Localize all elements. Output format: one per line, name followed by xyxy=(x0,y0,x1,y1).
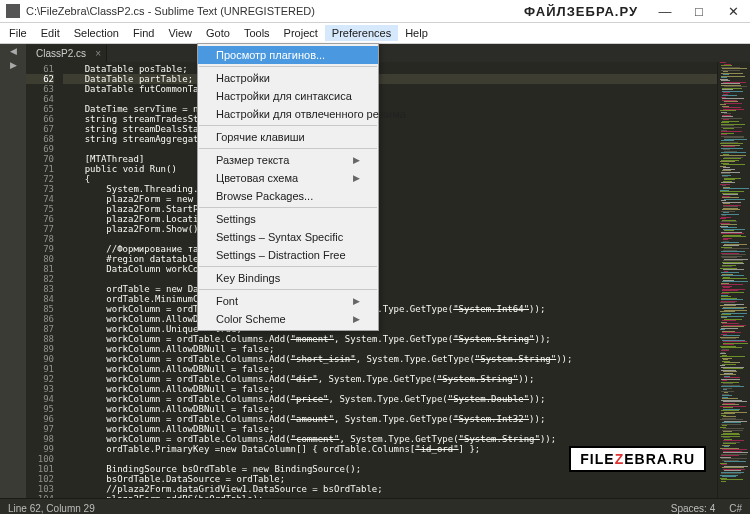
dropdown-item[interactable]: Настройки для отвлеченного режима xyxy=(198,105,378,123)
menu-preferences[interactable]: Preferences xyxy=(325,25,398,41)
dropdown-item[interactable]: Font▶ xyxy=(198,292,378,310)
syntax-setting[interactable]: C# xyxy=(729,503,742,514)
minimap[interactable] xyxy=(717,62,750,498)
menu-help[interactable]: Help xyxy=(398,25,435,41)
dropdown-item[interactable]: Color Scheme▶ xyxy=(198,310,378,328)
submenu-arrow-icon: ▶ xyxy=(353,296,360,306)
file-tab[interactable]: ClassP2.cs × xyxy=(26,45,107,62)
status-bar: Line 62, Column 29 Spaces: 4 C# xyxy=(0,498,750,514)
tab-close-icon[interactable]: × xyxy=(95,48,101,59)
tab-label: ClassP2.cs xyxy=(36,48,86,59)
dropdown-item[interactable]: Размер текста▶ xyxy=(198,151,378,169)
title-bar: C:\FileZebra\ClassP2.cs - Sublime Text (… xyxy=(0,0,750,23)
minimize-button[interactable]: — xyxy=(648,0,682,22)
menu-separator xyxy=(199,125,377,126)
dropdown-item[interactable]: Цветовая схема▶ xyxy=(198,169,378,187)
menu-edit[interactable]: Edit xyxy=(34,25,67,41)
menu-bar: FileEditSelectionFindViewGotoToolsProjec… xyxy=(0,23,750,44)
window-title: C:\FileZebra\ClassP2.cs - Sublime Text (… xyxy=(26,5,524,17)
code-editor[interactable]: DataTable posTable; DataTable partTable;… xyxy=(59,62,717,498)
side-buttons: ◀ ▶ xyxy=(0,44,26,498)
nav-back-icon[interactable]: ◀ xyxy=(0,44,26,58)
menu-separator xyxy=(199,148,377,149)
menu-separator xyxy=(199,66,377,67)
menu-view[interactable]: View xyxy=(161,25,199,41)
menu-selection[interactable]: Selection xyxy=(67,25,126,41)
dropdown-item[interactable]: Browse Packages... xyxy=(198,187,378,205)
maximize-button[interactable]: □ xyxy=(682,0,716,22)
watermark-logo-top: ФАЙЛЗЕБРА.РУ xyxy=(524,4,638,19)
menu-find[interactable]: Find xyxy=(126,25,161,41)
menu-separator xyxy=(199,207,377,208)
menu-separator xyxy=(199,266,377,267)
indent-setting[interactable]: Spaces: 4 xyxy=(671,503,715,514)
dropdown-item[interactable]: Настройки xyxy=(198,69,378,87)
submenu-arrow-icon: ▶ xyxy=(353,314,360,324)
menu-separator xyxy=(199,289,377,290)
close-button[interactable]: ✕ xyxy=(716,0,750,22)
line-number-gutter: 6162636465666768697071727374757677787980… xyxy=(26,62,59,498)
tab-bar: ClassP2.cs × xyxy=(26,44,750,62)
dropdown-item[interactable]: Просмотр плагинов... xyxy=(198,46,378,64)
window-controls: — □ ✕ xyxy=(648,0,750,22)
watermark-logo-bottom: FILEZEBRA.RU xyxy=(569,446,706,472)
submenu-arrow-icon: ▶ xyxy=(353,173,360,183)
dropdown-item[interactable]: Горячие клавиши xyxy=(198,128,378,146)
menu-goto[interactable]: Goto xyxy=(199,25,237,41)
submenu-arrow-icon: ▶ xyxy=(353,155,360,165)
menu-tools[interactable]: Tools xyxy=(237,25,277,41)
nav-forward-icon[interactable]: ▶ xyxy=(0,58,26,72)
dropdown-item[interactable]: Settings xyxy=(198,210,378,228)
dropdown-item[interactable]: Key Bindings xyxy=(198,269,378,287)
preferences-dropdown: Просмотр плагинов...НастройкиНастройки д… xyxy=(197,43,379,331)
menu-project[interactable]: Project xyxy=(277,25,325,41)
app-icon xyxy=(6,4,20,18)
cursor-position[interactable]: Line 62, Column 29 xyxy=(8,503,95,514)
dropdown-item[interactable]: Settings – Distraction Free xyxy=(198,246,378,264)
dropdown-item[interactable]: Settings – Syntax Specific xyxy=(198,228,378,246)
dropdown-item[interactable]: Настройки для синтаксиса xyxy=(198,87,378,105)
menu-file[interactable]: File xyxy=(2,25,34,41)
